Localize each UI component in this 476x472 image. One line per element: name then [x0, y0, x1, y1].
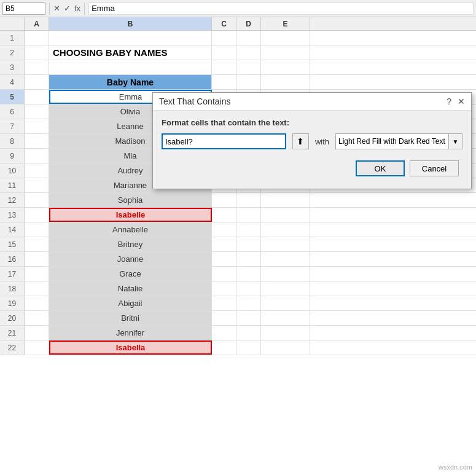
cell-a7[interactable]	[25, 119, 49, 133]
cell-d2[interactable]	[236, 45, 261, 60]
cell-e17[interactable]	[261, 267, 310, 281]
cell-c18[interactable]	[212, 281, 236, 296]
cell-a15[interactable]	[25, 237, 49, 251]
cell-b16[interactable]: Joanne	[49, 252, 212, 266]
cell-c13[interactable]	[212, 208, 236, 222]
cell-d4[interactable]	[236, 75, 261, 89]
cell-b12[interactable]: Sophia	[49, 193, 212, 207]
cell-d15[interactable]	[236, 237, 261, 251]
cell-d18[interactable]	[236, 281, 261, 296]
cell-e21[interactable]	[261, 326, 310, 340]
cell-e22[interactable]	[261, 340, 310, 355]
cell-c19[interactable]	[212, 296, 236, 310]
cell-d12[interactable]	[236, 193, 261, 207]
cell-e4[interactable]	[261, 75, 310, 89]
cell-b13[interactable]: Isabelle	[49, 208, 212, 222]
cell-a6[interactable]	[25, 104, 49, 119]
cell-a4[interactable]	[25, 75, 49, 89]
cell-e19[interactable]	[261, 296, 310, 310]
cell-d1[interactable]	[236, 31, 261, 45]
cell-e3[interactable]	[261, 60, 310, 74]
cell-e13[interactable]	[261, 208, 310, 222]
cell-e16[interactable]	[261, 252, 310, 266]
cell-e18[interactable]	[261, 281, 310, 296]
cell-a21[interactable]	[25, 326, 49, 340]
cell-a5[interactable]	[25, 90, 49, 104]
cell-e20[interactable]	[261, 311, 310, 325]
formula-bar-separator	[49, 2, 50, 15]
cell-c21[interactable]	[212, 326, 236, 340]
dialog-title-controls: ? ✕	[447, 96, 465, 106]
cell-a1[interactable]	[25, 31, 49, 45]
cell-b22[interactable]: Isabella	[49, 340, 212, 355]
row-21: 21 Jennifer	[0, 326, 476, 340]
cell-c14[interactable]	[212, 222, 236, 237]
dialog-text-input[interactable]	[162, 133, 286, 149]
cell-a19[interactable]	[25, 296, 49, 310]
cell-b17[interactable]: Grace	[49, 267, 212, 281]
cell-d22[interactable]	[236, 340, 261, 355]
cell-a8[interactable]	[25, 134, 49, 148]
cell-c12[interactable]	[212, 193, 236, 207]
formula-input[interactable]: Emma	[88, 2, 474, 15]
cell-b20[interactable]: Britni	[49, 311, 212, 325]
dialog-help-icon[interactable]: ?	[447, 96, 451, 106]
cell-reference-box[interactable]: B5	[2, 2, 45, 15]
cell-c1[interactable]	[212, 31, 236, 45]
cell-c3[interactable]	[212, 60, 236, 74]
cell-d14[interactable]	[236, 222, 261, 237]
cell-b15[interactable]: Britney	[49, 237, 212, 251]
cell-d13[interactable]	[236, 208, 261, 222]
cell-a10[interactable]	[25, 163, 49, 178]
cell-b4-header[interactable]: Baby Name	[49, 75, 212, 89]
dialog-format-select[interactable]: Light Red Fill with Dark Red Text Yellow…	[335, 133, 449, 149]
cell-a17[interactable]	[25, 267, 49, 281]
cell-c16[interactable]	[212, 252, 236, 266]
cell-a16[interactable]	[25, 252, 49, 266]
cell-c17[interactable]	[212, 267, 236, 281]
dropdown-arrow-icon[interactable]: ▼	[449, 133, 462, 149]
cell-c15[interactable]	[212, 237, 236, 251]
cell-e2[interactable]	[261, 45, 310, 60]
cancel-button[interactable]: Cancel	[410, 160, 459, 176]
cell-a9[interactable]	[25, 149, 49, 163]
cell-e14[interactable]	[261, 222, 310, 237]
confirm-icon[interactable]: ✓	[64, 4, 71, 13]
cell-c2[interactable]	[212, 45, 236, 60]
dialog-upload-button[interactable]: ⬆	[292, 133, 309, 149]
cell-c22[interactable]	[212, 340, 236, 355]
cell-a2[interactable]	[25, 45, 49, 60]
cell-b18[interactable]: Natalie	[49, 281, 212, 296]
cell-d19[interactable]	[236, 296, 261, 310]
row-num-10: 10	[0, 163, 25, 178]
cell-b14[interactable]: Annabelle	[49, 222, 212, 237]
cell-d21[interactable]	[236, 326, 261, 340]
cell-b3[interactable]	[49, 60, 212, 74]
cell-a14[interactable]	[25, 222, 49, 237]
ok-button[interactable]: OK	[356, 160, 405, 176]
cell-a22[interactable]	[25, 340, 49, 355]
cell-b1[interactable]	[49, 31, 212, 45]
row-num-3: 3	[0, 60, 25, 74]
cell-b2-title[interactable]: CHOOSING BABY NAMES	[49, 45, 212, 60]
fx-icon[interactable]: fx	[74, 4, 80, 13]
cell-a12[interactable]	[25, 193, 49, 207]
cell-a20[interactable]	[25, 311, 49, 325]
cell-a3[interactable]	[25, 60, 49, 74]
cell-d16[interactable]	[236, 252, 261, 266]
dialog-close-icon[interactable]: ✕	[458, 96, 465, 106]
cell-a13[interactable]	[25, 208, 49, 222]
cell-c4[interactable]	[212, 75, 236, 89]
cell-e1[interactable]	[261, 31, 310, 45]
cancel-icon[interactable]: ✕	[53, 4, 60, 13]
cell-b21[interactable]: Jennifer	[49, 326, 212, 340]
cell-d17[interactable]	[236, 267, 261, 281]
cell-e12[interactable]	[261, 193, 310, 207]
cell-b19[interactable]: Abigail	[49, 296, 212, 310]
cell-d20[interactable]	[236, 311, 261, 325]
cell-e15[interactable]	[261, 237, 310, 251]
cell-c20[interactable]	[212, 311, 236, 325]
cell-d3[interactable]	[236, 60, 261, 74]
cell-a11[interactable]	[25, 178, 49, 192]
cell-a18[interactable]	[25, 281, 49, 296]
